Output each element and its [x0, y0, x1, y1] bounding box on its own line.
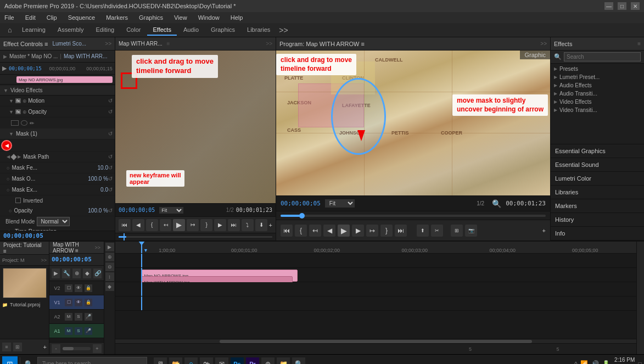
monitor-extract-btn[interactable]: ✂: [431, 225, 443, 237]
track-v1-row[interactable]: Map NO ARROWS.jpg Map WITH ARROW.jpg: [115, 268, 636, 282]
collapse-left-btn[interactable]: >>: [105, 41, 111, 47]
source-more-btn[interactable]: >>: [266, 41, 272, 47]
reset-mask-opacity-btn[interactable]: ↺: [108, 176, 113, 182]
tl-wrench-btn[interactable]: 🔧: [62, 268, 70, 278]
effects-cat-audio[interactable]: ▶ Audio Effects: [551, 81, 644, 89]
mask-path-row[interactable]: ◀ ▶ Mask Path ↺: [0, 152, 115, 163]
tl-zoom-out-btn[interactable]: -: [52, 344, 60, 353]
source-add-btn[interactable]: +: [269, 222, 272, 228]
tl-vtool-arrow[interactable]: ↕: [105, 272, 114, 281]
tl-marker-btn[interactable]: ◆: [83, 268, 91, 278]
track-a2-row[interactable]: [115, 282, 636, 296]
taskbar-app-search[interactable]: 🔍: [292, 357, 305, 365]
source-mark-in[interactable]: {: [146, 219, 158, 231]
reset-expansion-btn[interactable]: ↺: [108, 187, 113, 193]
timeline-scrollbar[interactable]: [115, 339, 636, 343]
taskbar-app-2[interactable]: 📂: [169, 357, 182, 365]
effects-search-input[interactable]: [564, 52, 641, 61]
reset-feather-btn[interactable]: ↺: [108, 165, 113, 171]
a1-s-btn[interactable]: S: [75, 327, 82, 335]
source-go-out[interactable]: ↦: [187, 219, 199, 231]
blend-mode-select[interactable]: Normal Multiply Screen: [37, 217, 70, 226]
kf-next[interactable]: ▶: [18, 154, 21, 159]
source-play-btn[interactable]: ▶: [173, 219, 185, 231]
tl-magnet-btn[interactable]: ⊕: [72, 268, 81, 278]
menu-graphics[interactable]: Graphics: [137, 14, 165, 21]
kf-add[interactable]: [10, 154, 16, 160]
a2-m-btn[interactable]: M: [65, 313, 72, 321]
menu-sequence[interactable]: Sequence: [66, 14, 98, 21]
tab-learning[interactable]: Learning: [16, 25, 51, 36]
project-item-tutorial[interactable]: 📁 Tutorial.prproj: [1, 299, 48, 310]
v2-lock-btn[interactable]: 🔒: [85, 284, 92, 292]
project-m-more[interactable]: >>: [41, 257, 47, 263]
source-ffwd-btn[interactable]: ⏭: [228, 219, 240, 231]
tab-libraries[interactable]: Libraries: [242, 25, 276, 36]
time-remapping-row[interactable]: ▶ Time Remapping: [0, 226, 115, 231]
track-a1-row[interactable]: [115, 296, 636, 311]
mask-expansion-row[interactable]: ○ Mask Ex... 0.0 ↺: [0, 184, 115, 195]
shape-ellipse[interactable]: [21, 120, 27, 126]
effects-cat-presets[interactable]: ▶ Presets: [551, 65, 644, 73]
play-btn-small[interactable]: ▶: [3, 54, 7, 59]
close-button[interactable]: ✕: [631, 2, 640, 10]
monitor-add-btn[interactable]: +: [542, 227, 546, 234]
ec-play-btn[interactable]: ▶: [2, 65, 7, 72]
menu-help[interactable]: Help: [228, 14, 245, 21]
taskbar-app-1[interactable]: 🖥: [154, 357, 167, 365]
a2-mic-btn[interactable]: 🎤: [85, 313, 92, 321]
windows-start-btn[interactable]: ⊞: [2, 356, 18, 365]
track-v2-row[interactable]: [115, 254, 636, 268]
v2-eye-btn[interactable]: 👁: [75, 284, 82, 292]
reset-opacity-val-btn[interactable]: ↺: [108, 208, 113, 214]
essential-sound-btn[interactable]: Essential Sound: [551, 158, 644, 172]
v2-toggle-btn[interactable]: ☐: [65, 284, 72, 292]
shape-rect[interactable]: [11, 120, 19, 126]
monitor-lift-btn[interactable]: ⬆: [417, 225, 429, 237]
monitor-fit-dropdown[interactable]: Fit 100%: [325, 199, 355, 208]
tray-network-icon[interactable]: 📶: [580, 360, 588, 364]
source-insert-btn[interactable]: ⤵: [242, 219, 254, 231]
effects-cat-lumetri[interactable]: ▶ Lumetri Preset...: [551, 73, 644, 81]
tray-battery-icon[interactable]: 🔋: [602, 360, 610, 364]
taskbar-app-pr[interactable]: Pr: [246, 357, 259, 365]
monitor-ffwd-btn[interactable]: ⏭: [395, 225, 407, 237]
taskbar-app-chrome[interactable]: ⊕: [261, 357, 275, 365]
tab-effects[interactable]: Effects: [147, 25, 176, 36]
essential-graphics-btn[interactable]: Essential Graphics: [551, 144, 644, 158]
a1-mic-btn[interactable]: 🎤: [85, 327, 92, 335]
monitor-zoom-btn[interactable]: 🔍: [492, 199, 501, 208]
tl-zoom-slider[interactable]: [63, 347, 91, 350]
markers-btn[interactable]: Markers: [551, 199, 644, 213]
taskbar-app-explorer[interactable]: 📁: [277, 357, 290, 365]
monitor-play-btn[interactable]: ▶: [338, 225, 350, 237]
a2-s-btn[interactable]: S: [75, 313, 82, 321]
info-btn[interactable]: Info: [551, 227, 644, 240]
monitor-prev-frame-btn[interactable]: ◀: [323, 225, 335, 237]
kf-prev[interactable]: ◀: [7, 154, 10, 159]
tl-play-btn[interactable]: ▶: [52, 268, 60, 278]
tray-speaker-icon[interactable]: 🔊: [591, 360, 599, 364]
effects-cat-video[interactable]: ▶ Video Effects: [551, 98, 644, 106]
menu-view[interactable]: View: [172, 14, 189, 21]
effects-cat-video-trans[interactable]: ▶ Video Transiti...: [551, 106, 644, 114]
monitor-playtrack[interactable]: [281, 215, 546, 217]
project-add-btn[interactable]: +: [43, 344, 47, 350]
v1-lock-btn[interactable]: 🔒: [85, 299, 92, 306]
monitor-rewind-btn[interactable]: ⏮: [281, 225, 293, 237]
opacity-value-row[interactable]: ○ Opacity 100.0 % ↺: [0, 205, 115, 216]
taskbar-clock[interactable]: 2:16 PM 8/9/2019: [613, 356, 635, 365]
lumetri-scope-tab[interactable]: Lumetri Sco...: [52, 41, 86, 47]
fx-opacity-row[interactable]: ▼ fx ⊕ Opacity ↺: [0, 107, 115, 117]
tl-vtool-1[interactable]: ▶: [105, 243, 114, 251]
reset-opacity-btn[interactable]: ↺: [108, 109, 113, 115]
timeline-more-btn[interactable]: >>: [94, 245, 100, 250]
reset-motion-btn[interactable]: ↺: [108, 98, 113, 104]
monitor-next-frame-btn[interactable]: ▶: [352, 225, 364, 237]
source-fit-dropdown[interactable]: Fit 100% 50%: [159, 207, 183, 214]
source-prev-frame[interactable]: ◀: [132, 219, 144, 231]
libraries-btn[interactable]: Libraries: [551, 186, 644, 199]
source-next-frame[interactable]: ▶: [214, 219, 226, 231]
history-btn[interactable]: History: [551, 213, 644, 227]
effects-more-btn[interactable]: ≡: [637, 41, 641, 47]
